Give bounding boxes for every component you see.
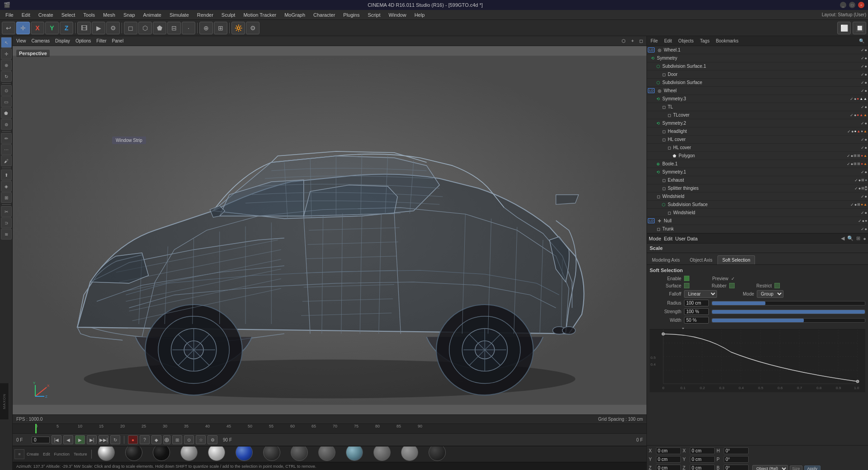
menu-sculpt[interactable]: Sculpt [218,11,239,19]
menu-mograph[interactable]: MoGraph [281,11,309,19]
maximize-button[interactable]: □ [849,2,855,8]
viewport-options[interactable]: ⬜ [837,22,851,34]
obj-tlcover[interactable]: ◻ TLcover ✓ ● ● ▲ ▲ [647,111,868,119]
tool-rect-select[interactable]: ▭ [1,96,12,107]
close-button[interactable]: × [858,2,864,8]
props-menu-edit[interactable]: Edit [664,236,673,241]
grid-button[interactable]: ⊞ [214,22,227,34]
viewport-tab-view[interactable]: View [14,38,28,44]
minimize-button[interactable]: _ [840,2,846,8]
tool-bevel[interactable]: ◈ [1,181,12,192]
rubber-checkbox[interactable] [729,283,735,288]
timeline-options[interactable]: ⊞ [172,435,182,444]
obj-hlcover1[interactable]: ◻ HL cover ✓ ● [647,136,868,144]
obj-wheel1[interactable]: LO ◎ Wheel.1 ✓ ● [647,46,868,54]
size-button[interactable]: Size [790,465,802,470]
coord-z2[interactable] [690,465,715,470]
viewport-icon-2[interactable]: + [629,38,636,44]
menu-window[interactable]: Window [385,11,410,19]
obj-door[interactable]: ◻ Door ✓ ● [647,70,868,79]
tab-soft-selection[interactable]: Soft Selection [717,255,755,264]
play-prev[interactable]: ◀ [63,435,73,444]
menu-plugins[interactable]: Plugins [340,11,363,19]
record-button[interactable]: ● [128,435,138,444]
coord-x[interactable] [656,447,681,454]
material-sidewall[interactable]: sidewall [149,446,174,462]
menu-character[interactable]: Character [310,11,339,19]
tab-object-axis[interactable]: Object Axis [685,255,717,264]
viewport-tab-panel[interactable]: Panel [110,38,126,44]
obj-windshield2[interactable]: ◻ Windshield ✓ ● [647,209,868,217]
play-next[interactable]: ▶| [87,435,97,444]
play-loop[interactable]: ↻ [110,435,120,444]
obj-subdiv3[interactable]: ⬡ Subdivision Surface ✓ ● ⊞ ● ▲ [647,201,868,209]
obj-menu-tags[interactable]: Tags [698,38,711,44]
surface-checkbox[interactable] [684,283,689,288]
width-input[interactable] [684,317,709,324]
frame-input[interactable] [32,437,50,443]
timeline-more[interactable]: ⊙ [184,435,194,444]
mat-tab-texture[interactable]: Texture [72,452,89,456]
material-wheelpaint[interactable]: Wheelpain... [204,446,229,462]
tool-pen[interactable]: ✏ [1,133,12,144]
obj-hlcover2[interactable]: ◻ HL cover ✓ ● [647,144,868,152]
edit-mode-mesh[interactable]: ⬡ [138,22,152,34]
strength-slider[interactable] [712,310,865,314]
coord-b[interactable] [724,465,749,470]
obj-search[interactable]: 🔍 [857,38,866,44]
tool-extrude[interactable]: ⬆ [1,169,12,180]
obj-menu-edit[interactable]: Edit [662,38,674,44]
menu-create[interactable]: Create [35,11,57,19]
mat-tab-function[interactable]: Function [52,452,72,456]
obj-menu-file[interactable]: File [649,38,660,44]
undo-button[interactable]: ↩ [2,22,15,34]
radius-slider[interactable] [712,301,865,306]
props-options[interactable]: ⊞ [856,235,860,241]
render-viewport[interactable]: ▶ [92,22,105,34]
menu-render[interactable]: Render [193,11,217,19]
obj-subdiv2[interactable]: ⬡ Subdivision Surface ✓ ● [647,79,868,87]
menu-script[interactable]: Script [364,11,384,19]
edit-mode-model[interactable]: ◻ [124,22,137,34]
props-menu-mode[interactable]: Mode [649,236,661,241]
menu-animate[interactable]: Animate [140,11,165,19]
material-car-paint[interactable]: Car Paint ... [232,446,257,462]
tool-rotate[interactable]: ↻ [1,71,12,82]
tool-y[interactable]: Y [45,22,59,34]
menu-file[interactable]: File [2,11,17,19]
play-play[interactable]: ▶ [75,435,85,444]
props-search[interactable]: 🔍 [847,235,854,241]
tool-knife[interactable]: ✂ [1,206,12,217]
obj-sym1[interactable]: ⟲ Symmetry.1 ✓ ● [647,168,868,176]
restrict-checkbox[interactable] [774,283,780,288]
material-mat1c[interactable]: Mat.1 [397,446,422,462]
auto-record[interactable]: ? [140,435,150,444]
material-mat1b[interactable]: Mat.1 [370,446,395,462]
props-menu-userdata[interactable]: User Data [675,236,698,241]
mat-tab-edit[interactable]: Edit [41,452,52,456]
obj-sym2[interactable]: ⟲ Symmetry.2 ✓ ● [647,119,868,127]
play-last[interactable]: ▶▶| [99,435,108,444]
timeline-settings[interactable]: ⚙ [208,435,217,444]
tool-sculpt2[interactable]: ⋯ [1,144,12,155]
mat-tab-create[interactable]: Create [25,452,41,456]
obj-subdiv1[interactable]: ⬡ Subdivision Surface.1 ✓ ● [647,62,868,70]
snap-button[interactable]: ⊕ [199,22,213,34]
play-first[interactable]: |◀ [52,435,61,444]
tool-select[interactable]: ↖ [1,37,12,48]
mode-select[interactable]: Group Object Scene [757,290,783,298]
strength-input[interactable] [684,308,709,315]
obj-windshield[interactable]: ◻ Windshield ✓ ● [647,193,868,201]
tool-paint[interactable]: 🖌 [1,155,12,166]
coord-y[interactable] [656,456,681,463]
render-region[interactable]: 🎞 [77,22,91,34]
falloff-select[interactable]: Linear Smooth Ease-In Ease-Out [684,290,717,298]
tool-poly-select[interactable]: ⬟ [1,108,12,118]
obj-menu-bookmarks[interactable]: Bookmarks [714,38,740,44]
tool-move2[interactable]: ✛ [1,48,12,59]
3d-viewport[interactable]: Perspective Window Strip X Y Z [13,46,646,414]
tab-modeling-axis[interactable]: Modeling Axis [647,255,685,264]
tool-scale[interactable]: ⊕ [1,60,12,70]
mat-panel-toggle[interactable]: ≡ [14,449,24,459]
material-mat2b[interactable]: Mat.2 [287,446,312,462]
